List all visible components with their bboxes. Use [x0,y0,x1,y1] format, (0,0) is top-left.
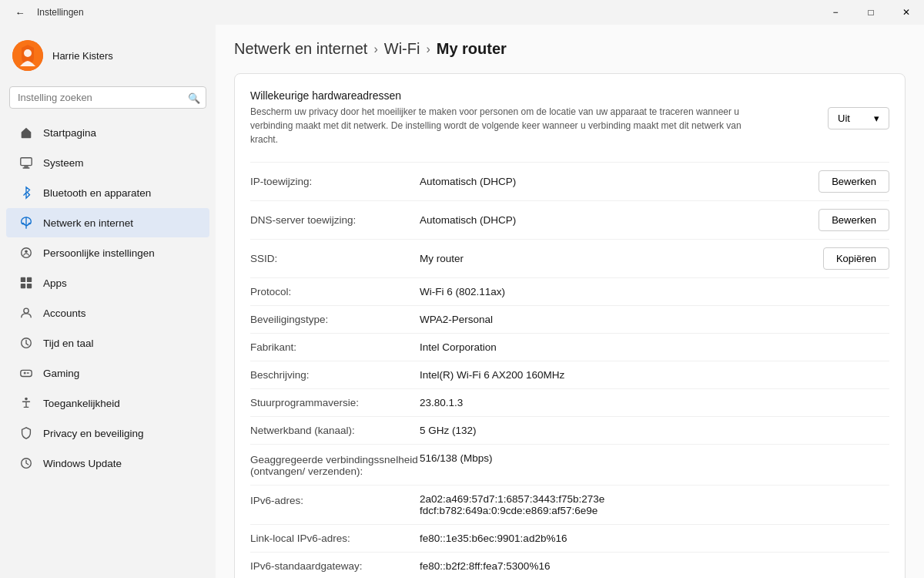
sidebar-item-netwerk[interactable]: Netwerk en internet [6,208,209,237]
beschrijving-label: Beschrijving: [250,369,420,381]
ipv6-adres-values: 2a02:a469:57d7:1:6857:3443:f75b:273e fdc… [420,493,889,516]
nav-label-windows-update: Windows Update [43,458,122,469]
nav-label-startpagina: Startpagina [43,127,96,139]
sidebar-item-gaming[interactable]: Gaming [6,358,209,388]
svg-rect-2 [21,158,32,166]
svg-point-11 [24,308,28,313]
personalize-icon [18,245,34,260]
ip-toewijzing-value: Automatisch (DHCP) [420,176,819,187]
search-box: 🔍 [9,86,206,109]
search-input[interactable] [9,86,206,109]
sidebar-item-persoonlijk[interactable]: Persoonlijke instellingen [6,238,209,267]
nav-label-persoonlijk: Persoonlijke instellingen [43,247,155,259]
ssid-value: My router [420,253,823,264]
svg-point-1 [24,49,32,57]
random-hw-dropdown[interactable]: Uit ▾ [828,107,889,129]
nav-label-accounts: Accounts [43,307,86,319]
app-title: Instellingen [37,7,84,18]
gaming-icon [18,365,34,381]
user-profile: Harrie Kisters [0,31,216,83]
nav-label-bluetooth: Bluetooth en apparaten [43,187,151,199]
dns-toewijzing-row: DNS-server toewijzing: Automatisch (DHCP… [250,201,889,240]
ipv6-adres-value-1: 2a02:a469:57d7:1:6857:3443:f75b:273e [420,493,889,505]
sidebar-item-bluetooth[interactable]: Bluetooth en apparaten [6,178,209,207]
breadcrumb-wifi[interactable]: Wi-Fi [384,40,420,58]
nav-label-netwerk: Netwerk en internet [43,217,133,229]
breadcrumb-netwerk[interactable]: Netwerk en internet [234,40,367,58]
fabrikant-value: Intel Corporation [420,341,889,353]
svg-rect-7 [21,277,25,282]
random-hw-info: Willekeurige hardwareadressen Bescherm u… [250,89,743,146]
sidebar-item-accounts[interactable]: Accounts [6,298,209,328]
nav-label-systeem: Systeem [43,157,84,169]
app-body: Harrie Kisters 🔍 Startpagina Systeem Blu… [0,25,924,578]
avatar [12,40,43,71]
home-icon [18,125,34,140]
dropdown-value: Uit [838,113,850,124]
close-button[interactable]: ✕ [889,0,924,25]
dns-bewerken-button[interactable]: Bewerken [819,209,889,231]
sidebar-item-apps[interactable]: Apps [6,268,209,297]
ipv6-adres-label: IPv6-adres: [250,493,420,506]
link-local-ipv6-row: Link-local IPv6-adres: fe80::1e35:b6ec:9… [250,525,889,553]
svg-rect-3 [24,166,28,168]
sidebar-item-systeem[interactable]: Systeem [6,148,209,177]
ipv6-standaardgateway-value: fe80::b2f2:8ff:fea7:5300%16 [420,560,889,572]
user-name: Harrie Kisters [52,50,113,62]
sidebar-item-tijd[interactable]: Tijd en taal [6,328,209,358]
stuurprogrammaversie-row: Stuurprogrammaversie: 23.80.1.3 [250,389,889,417]
sidebar-item-privacy[interactable]: Privacy en beveiliging [6,418,209,448]
minimize-button[interactable]: − [818,0,853,25]
netwerkband-row: Netwerkband (kanaal): 5 GHz (132) [250,417,889,445]
dns-toewijzing-value: Automatisch (DHCP) [420,214,819,226]
random-hw-desc: Bescherm uw privacy door het moeilijker … [250,105,743,146]
beveiligingstype-row: Beveiligingstype: WPA2-Personal [250,306,889,334]
netwerkband-label: Netwerkband (kanaal): [250,425,420,436]
random-hw-section: Willekeurige hardwareadressen Bescherm u… [250,74,889,163]
nav-label-tijd: Tijd en taal [43,338,94,349]
accessibility-icon [18,395,34,411]
sidebar: Harrie Kisters 🔍 Startpagina Systeem Blu… [0,25,216,578]
breadcrumb-current: My router [437,40,507,58]
svg-rect-4 [23,167,30,168]
update-icon [18,455,34,471]
bluetooth-icon [18,185,34,200]
ipv6-standaardgateway-label: IPv6-standaardgateway: [250,560,420,572]
beschrijving-value: Intel(R) Wi-Fi 6 AX200 160MHz [420,369,889,381]
time-icon [18,335,34,351]
content-area: Netwerk en internet › Wi-Fi › My router … [216,25,924,578]
sidebar-item-startpagina[interactable]: Startpagina [6,118,209,147]
link-local-ipv6-label: Link-local IPv6-adres: [250,533,420,544]
breadcrumb: Netwerk en internet › Wi-Fi › My router [234,40,906,58]
window-controls: − □ ✕ [818,0,924,25]
svg-rect-10 [27,284,32,288]
restore-button[interactable]: □ [853,0,889,25]
nav-label-apps: Apps [43,277,67,289]
ip-bewerken-button[interactable]: Bewerken [819,170,889,193]
dns-toewijzing-label: DNS-server toewijzing: [250,214,420,226]
ssid-kopieren-button[interactable]: Kopiëren [823,247,889,270]
geaggregeerde-label: Geaggregeerde verbindingssnelheid (ontva… [250,452,420,477]
protocol-label: Protocol: [250,286,420,297]
protocol-value: Wi-Fi 6 (802.11ax) [420,286,889,297]
netwerkband-value: 5 GHz (132) [420,425,889,436]
ip-toewijzing-row: IP-toewijzing: Automatisch (DHCP) Bewerk… [250,163,889,201]
random-hw-title: Willekeurige hardwareadressen [250,89,743,102]
svg-rect-13 [21,370,32,376]
beschrijving-row: Beschrijving: Intel(R) Wi-Fi 6 AX200 160… [250,361,889,389]
beveiligingstype-value: WPA2-Personal [420,314,889,325]
back-button[interactable]: ← [9,2,31,23]
sidebar-item-windows-update[interactable]: Windows Update [6,449,209,478]
geaggregeerde-value: 516/138 (Mbps) [420,452,889,464]
titlebar: ← Instellingen − □ ✕ [0,0,924,25]
ssid-row: SSID: My router Kopiëren [250,240,889,278]
chevron-down-icon: ▾ [874,113,879,124]
ipv6-adres-value-2: fdcf:b782:649a:0:9cde:e869:af57:6e9e [420,505,889,516]
nav-label-privacy: Privacy en beveiliging [43,428,144,439]
svg-rect-9 [21,284,25,288]
ipv6-adres-row: IPv6-adres: 2a02:a469:57d7:1:6857:3443:f… [250,486,889,525]
stuurprogrammaversie-label: Stuurprogrammaversie: [250,397,420,408]
svg-rect-8 [27,277,32,282]
link-local-ipv6-value: fe80::1e35:b6ec:9901:ad2b%16 [420,533,889,544]
sidebar-item-toegankelijkheid[interactable]: Toegankelijkheid [6,388,209,418]
